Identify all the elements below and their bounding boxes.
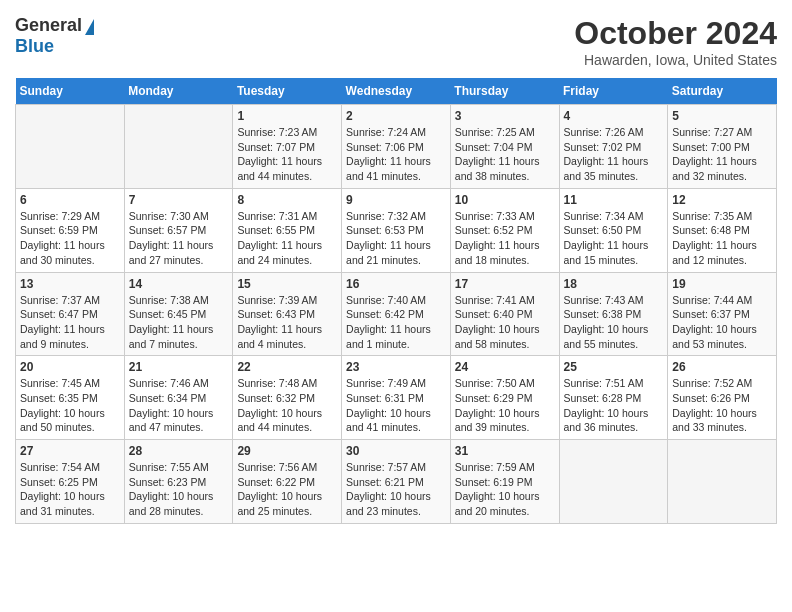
- day-info: Sunrise: 7:52 AMSunset: 6:26 PMDaylight:…: [672, 376, 772, 435]
- day-number: 24: [455, 360, 555, 374]
- day-info: Sunrise: 7:26 AMSunset: 7:02 PMDaylight:…: [564, 125, 664, 184]
- logo-triangle-icon: [85, 19, 94, 35]
- day-info: Sunrise: 7:38 AMSunset: 6:45 PMDaylight:…: [129, 293, 229, 352]
- calendar-header-friday: Friday: [559, 78, 668, 105]
- day-number: 8: [237, 193, 337, 207]
- calendar-header-monday: Monday: [124, 78, 233, 105]
- calendar-cell: [16, 105, 125, 189]
- day-info: Sunrise: 7:56 AMSunset: 6:22 PMDaylight:…: [237, 460, 337, 519]
- day-number: 7: [129, 193, 229, 207]
- day-info: Sunrise: 7:51 AMSunset: 6:28 PMDaylight:…: [564, 376, 664, 435]
- day-info: Sunrise: 7:55 AMSunset: 6:23 PMDaylight:…: [129, 460, 229, 519]
- day-info: Sunrise: 7:46 AMSunset: 6:34 PMDaylight:…: [129, 376, 229, 435]
- calendar-week-2: 6Sunrise: 7:29 AMSunset: 6:59 PMDaylight…: [16, 188, 777, 272]
- calendar-cell: 17Sunrise: 7:41 AMSunset: 6:40 PMDayligh…: [450, 272, 559, 356]
- calendar-cell: 27Sunrise: 7:54 AMSunset: 6:25 PMDayligh…: [16, 440, 125, 524]
- day-info: Sunrise: 7:43 AMSunset: 6:38 PMDaylight:…: [564, 293, 664, 352]
- calendar-week-5: 27Sunrise: 7:54 AMSunset: 6:25 PMDayligh…: [16, 440, 777, 524]
- calendar-cell: 31Sunrise: 7:59 AMSunset: 6:19 PMDayligh…: [450, 440, 559, 524]
- calendar-header-tuesday: Tuesday: [233, 78, 342, 105]
- calendar-cell: 12Sunrise: 7:35 AMSunset: 6:48 PMDayligh…: [668, 188, 777, 272]
- calendar-cell: 2Sunrise: 7:24 AMSunset: 7:06 PMDaylight…: [342, 105, 451, 189]
- day-number: 6: [20, 193, 120, 207]
- calendar-week-4: 20Sunrise: 7:45 AMSunset: 6:35 PMDayligh…: [16, 356, 777, 440]
- day-number: 1: [237, 109, 337, 123]
- logo-blue: Blue: [15, 36, 54, 56]
- day-info: Sunrise: 7:24 AMSunset: 7:06 PMDaylight:…: [346, 125, 446, 184]
- calendar-cell: [559, 440, 668, 524]
- day-info: Sunrise: 7:33 AMSunset: 6:52 PMDaylight:…: [455, 209, 555, 268]
- calendar-cell: 4Sunrise: 7:26 AMSunset: 7:02 PMDaylight…: [559, 105, 668, 189]
- day-info: Sunrise: 7:48 AMSunset: 6:32 PMDaylight:…: [237, 376, 337, 435]
- day-info: Sunrise: 7:50 AMSunset: 6:29 PMDaylight:…: [455, 376, 555, 435]
- calendar-cell: 16Sunrise: 7:40 AMSunset: 6:42 PMDayligh…: [342, 272, 451, 356]
- calendar-cell: 20Sunrise: 7:45 AMSunset: 6:35 PMDayligh…: [16, 356, 125, 440]
- day-info: Sunrise: 7:32 AMSunset: 6:53 PMDaylight:…: [346, 209, 446, 268]
- day-info: Sunrise: 7:25 AMSunset: 7:04 PMDaylight:…: [455, 125, 555, 184]
- day-info: Sunrise: 7:44 AMSunset: 6:37 PMDaylight:…: [672, 293, 772, 352]
- calendar-cell: 23Sunrise: 7:49 AMSunset: 6:31 PMDayligh…: [342, 356, 451, 440]
- calendar-cell: 25Sunrise: 7:51 AMSunset: 6:28 PMDayligh…: [559, 356, 668, 440]
- day-number: 12: [672, 193, 772, 207]
- calendar-cell: 15Sunrise: 7:39 AMSunset: 6:43 PMDayligh…: [233, 272, 342, 356]
- calendar-cell: 14Sunrise: 7:38 AMSunset: 6:45 PMDayligh…: [124, 272, 233, 356]
- calendar-cell: 19Sunrise: 7:44 AMSunset: 6:37 PMDayligh…: [668, 272, 777, 356]
- day-info: Sunrise: 7:41 AMSunset: 6:40 PMDaylight:…: [455, 293, 555, 352]
- day-info: Sunrise: 7:30 AMSunset: 6:57 PMDaylight:…: [129, 209, 229, 268]
- calendar-table: SundayMondayTuesdayWednesdayThursdayFrid…: [15, 78, 777, 524]
- day-number: 13: [20, 277, 120, 291]
- day-number: 17: [455, 277, 555, 291]
- day-number: 3: [455, 109, 555, 123]
- page-title: October 2024: [574, 15, 777, 52]
- day-info: Sunrise: 7:57 AMSunset: 6:21 PMDaylight:…: [346, 460, 446, 519]
- day-info: Sunrise: 7:40 AMSunset: 6:42 PMDaylight:…: [346, 293, 446, 352]
- calendar-cell: 7Sunrise: 7:30 AMSunset: 6:57 PMDaylight…: [124, 188, 233, 272]
- day-number: 19: [672, 277, 772, 291]
- day-number: 10: [455, 193, 555, 207]
- day-info: Sunrise: 7:27 AMSunset: 7:00 PMDaylight:…: [672, 125, 772, 184]
- calendar-cell: 24Sunrise: 7:50 AMSunset: 6:29 PMDayligh…: [450, 356, 559, 440]
- calendar-cell: [668, 440, 777, 524]
- page-subtitle: Hawarden, Iowa, United States: [574, 52, 777, 68]
- calendar-cell: 18Sunrise: 7:43 AMSunset: 6:38 PMDayligh…: [559, 272, 668, 356]
- page-header: General Blue October 2024 Hawarden, Iowa…: [15, 15, 777, 68]
- day-number: 23: [346, 360, 446, 374]
- day-number: 28: [129, 444, 229, 458]
- calendar-cell: 9Sunrise: 7:32 AMSunset: 6:53 PMDaylight…: [342, 188, 451, 272]
- calendar-cell: 22Sunrise: 7:48 AMSunset: 6:32 PMDayligh…: [233, 356, 342, 440]
- day-number: 5: [672, 109, 772, 123]
- calendar-cell: 3Sunrise: 7:25 AMSunset: 7:04 PMDaylight…: [450, 105, 559, 189]
- day-number: 29: [237, 444, 337, 458]
- calendar-cell: 29Sunrise: 7:56 AMSunset: 6:22 PMDayligh…: [233, 440, 342, 524]
- day-number: 9: [346, 193, 446, 207]
- day-number: 21: [129, 360, 229, 374]
- title-block: October 2024 Hawarden, Iowa, United Stat…: [574, 15, 777, 68]
- day-number: 22: [237, 360, 337, 374]
- calendar-cell: 5Sunrise: 7:27 AMSunset: 7:00 PMDaylight…: [668, 105, 777, 189]
- calendar-header-wednesday: Wednesday: [342, 78, 451, 105]
- calendar-week-1: 1Sunrise: 7:23 AMSunset: 7:07 PMDaylight…: [16, 105, 777, 189]
- calendar-header-row: SundayMondayTuesdayWednesdayThursdayFrid…: [16, 78, 777, 105]
- day-info: Sunrise: 7:54 AMSunset: 6:25 PMDaylight:…: [20, 460, 120, 519]
- logo: General Blue: [15, 15, 94, 57]
- day-number: 25: [564, 360, 664, 374]
- day-number: 11: [564, 193, 664, 207]
- day-number: 27: [20, 444, 120, 458]
- calendar-cell: 10Sunrise: 7:33 AMSunset: 6:52 PMDayligh…: [450, 188, 559, 272]
- logo-general: General: [15, 15, 82, 36]
- calendar-header-thursday: Thursday: [450, 78, 559, 105]
- day-number: 4: [564, 109, 664, 123]
- calendar-cell: 13Sunrise: 7:37 AMSunset: 6:47 PMDayligh…: [16, 272, 125, 356]
- calendar-cell: 6Sunrise: 7:29 AMSunset: 6:59 PMDaylight…: [16, 188, 125, 272]
- day-number: 15: [237, 277, 337, 291]
- calendar-cell: 28Sunrise: 7:55 AMSunset: 6:23 PMDayligh…: [124, 440, 233, 524]
- calendar-header-sunday: Sunday: [16, 78, 125, 105]
- day-number: 2: [346, 109, 446, 123]
- calendar-cell: 1Sunrise: 7:23 AMSunset: 7:07 PMDaylight…: [233, 105, 342, 189]
- day-info: Sunrise: 7:29 AMSunset: 6:59 PMDaylight:…: [20, 209, 120, 268]
- day-info: Sunrise: 7:39 AMSunset: 6:43 PMDaylight:…: [237, 293, 337, 352]
- calendar-cell: 21Sunrise: 7:46 AMSunset: 6:34 PMDayligh…: [124, 356, 233, 440]
- day-number: 20: [20, 360, 120, 374]
- calendar-cell: 8Sunrise: 7:31 AMSunset: 6:55 PMDaylight…: [233, 188, 342, 272]
- day-info: Sunrise: 7:34 AMSunset: 6:50 PMDaylight:…: [564, 209, 664, 268]
